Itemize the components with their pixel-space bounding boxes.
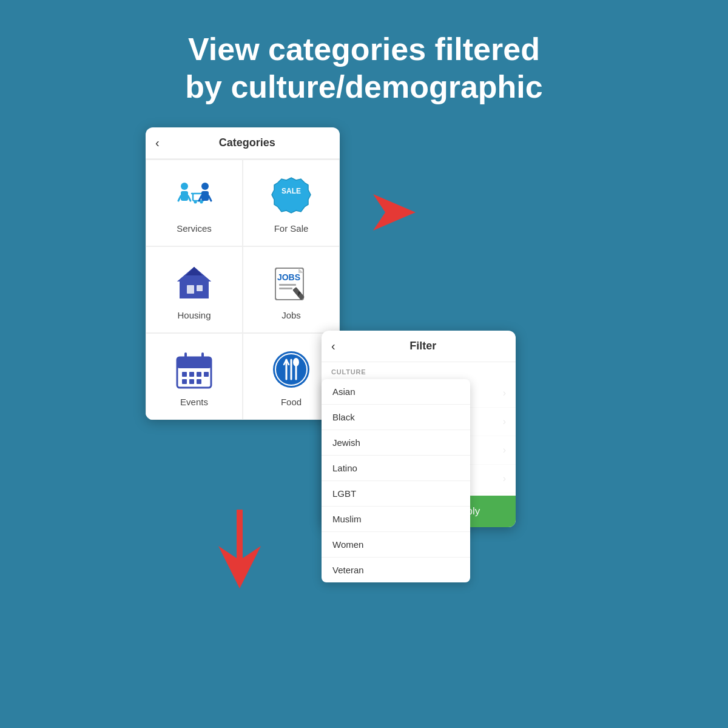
dropdown-jewish[interactable]: Jewish <box>322 430 470 456</box>
categories-header: ‹ Categories <box>146 127 340 159</box>
svg-marker-18 <box>186 267 203 275</box>
culture-dropdown: Asian Black Jewish Latino LGBT Muslim Wo… <box>322 379 470 582</box>
svg-rect-27 <box>177 357 211 368</box>
svg-line-3 <box>188 196 190 201</box>
categories-back-button[interactable]: ‹ <box>155 136 160 150</box>
forsale-icon: SALE <box>270 175 312 217</box>
svg-rect-35 <box>189 379 194 384</box>
svg-line-11 <box>209 196 211 201</box>
dropdown-women[interactable]: Women <box>322 532 470 558</box>
filter-culture-chevron: › <box>503 388 506 399</box>
jobs-label: Jobs <box>281 310 301 320</box>
header-text: View categories filtered by culture/demo… <box>0 18 728 118</box>
svg-point-44 <box>293 358 299 366</box>
filter-row4-chevron: › <box>503 473 506 484</box>
categories-title: Categories <box>164 136 330 149</box>
category-jobs[interactable]: JOBS Jobs <box>243 246 340 333</box>
svg-rect-33 <box>204 372 209 377</box>
svg-text:SALE: SALE <box>281 187 301 195</box>
food-icon <box>270 348 312 391</box>
arrow-down-indicator <box>215 510 264 591</box>
filter-culture-label: CULTURE <box>322 362 516 379</box>
svg-text:JOBS: JOBS <box>277 272 300 282</box>
dropdown-veteran[interactable]: Veteran <box>322 558 470 582</box>
dropdown-black[interactable]: Black <box>322 405 470 430</box>
svg-marker-45 <box>373 194 416 231</box>
svg-rect-16 <box>187 285 194 294</box>
housing-icon <box>173 261 215 304</box>
header-line2: by culture/demographic <box>36 68 692 106</box>
dropdown-asian[interactable]: Asian <box>322 379 470 405</box>
category-events[interactable]: Events <box>146 333 243 420</box>
svg-rect-1 <box>181 191 188 201</box>
svg-rect-36 <box>197 379 201 384</box>
svg-rect-34 <box>182 379 187 384</box>
svg-line-2 <box>178 196 181 201</box>
events-icon <box>173 348 215 391</box>
svg-point-7 <box>200 201 203 204</box>
housing-label: Housing <box>177 310 211 320</box>
category-services[interactable]: Services <box>146 160 243 246</box>
filter-header: ‹ Filter <box>322 331 516 362</box>
dropdown-muslim[interactable]: Muslim <box>322 507 470 532</box>
filter-row3-chevron: › <box>503 445 506 456</box>
filter-title: Filter <box>340 340 506 352</box>
svg-rect-22 <box>279 284 296 286</box>
svg-rect-30 <box>182 372 187 377</box>
categories-grid: Services SALE For Sale <box>146 159 340 420</box>
categories-panel: ‹ Categories <box>146 127 340 420</box>
svg-point-0 <box>181 183 188 190</box>
svg-marker-12 <box>272 178 311 213</box>
svg-rect-31 <box>189 372 194 377</box>
svg-rect-9 <box>201 191 209 201</box>
arrow-right-indicator <box>337 191 416 236</box>
svg-rect-32 <box>197 372 201 377</box>
dropdown-lgbt[interactable]: LGBT <box>322 481 470 507</box>
category-housing[interactable]: Housing <box>146 246 243 333</box>
filter-back-button[interactable]: ‹ <box>331 339 335 353</box>
food-label: Food <box>281 397 302 407</box>
svg-rect-23 <box>279 288 292 289</box>
svg-point-8 <box>201 183 209 190</box>
header-line1: View categories filtered <box>36 30 692 68</box>
events-label: Events <box>180 397 208 407</box>
svg-marker-46 <box>218 510 261 588</box>
forsale-label: For Sale <box>274 223 309 234</box>
jobs-icon: JOBS <box>270 261 312 304</box>
svg-point-6 <box>194 201 197 204</box>
category-for-sale[interactable]: SALE For Sale <box>243 160 340 246</box>
services-icon <box>173 175 215 217</box>
dropdown-latino[interactable]: Latino <box>322 456 470 481</box>
filter-food-chevron: › <box>503 416 506 427</box>
svg-rect-17 <box>197 285 203 291</box>
services-label: Services <box>177 223 212 234</box>
